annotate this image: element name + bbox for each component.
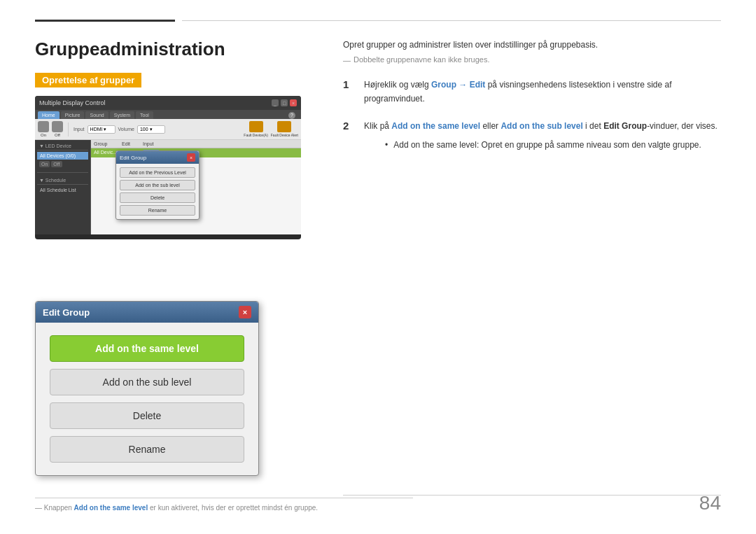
top-line-light bbox=[182, 20, 721, 21]
ss-titlebar: Multiple Display Control _ □ × bbox=[35, 96, 301, 110]
step-2: 2 Klik på Add on the same level eller Ad… bbox=[343, 120, 721, 156]
ss-mini-on[interactable]: On bbox=[39, 161, 50, 167]
ss-section-led: ▼ LED Device All Devices (0/0) On Off bbox=[35, 140, 90, 171]
bullet-link-same: Add on the same level bbox=[393, 140, 477, 150]
ss-minimize[interactable]: _ bbox=[272, 99, 279, 106]
ss-on-off-row: On Off bbox=[37, 160, 88, 169]
step-2-content: Klik på Add on the same level eller Add … bbox=[364, 120, 718, 156]
ss-toolbar: On Off Input HDMI ▾ Volume 100 ▾ Fault D… bbox=[35, 119, 301, 140]
ss-table-header: Group Edit Input bbox=[91, 140, 301, 148]
step-1-number: 1 bbox=[343, 78, 356, 105]
ss-dialog-title: Edit Group bbox=[120, 155, 146, 161]
screenshot-top: Multiple Display Control _ □ × Home Pict… bbox=[35, 96, 301, 239]
ss-on-btn[interactable]: On bbox=[38, 121, 49, 137]
ss-tab-sound[interactable]: Sound bbox=[85, 111, 108, 119]
ss-all-schedule[interactable]: All Schedule List bbox=[37, 186, 88, 194]
btn-add-same-level[interactable]: Add on the same level bbox=[50, 335, 244, 362]
left-column: Gruppeadministration Oprettelse af grupp… bbox=[35, 38, 322, 251]
right-column: Opret grupper og administrer listen over… bbox=[343, 38, 721, 170]
ss-led-header: ▼ LED Device bbox=[37, 142, 88, 150]
ss-help-icon[interactable]: ? bbox=[288, 112, 295, 119]
ss-input-label: Input bbox=[74, 127, 85, 132]
ss-volume-label: Volume bbox=[118, 127, 134, 132]
ss-on-icon bbox=[38, 121, 49, 132]
ss-btn-delete[interactable]: Delete bbox=[120, 192, 195, 203]
edit-group-titlebar: Edit Group × bbox=[36, 302, 258, 323]
ss-title-text: Multiple Display Control bbox=[39, 99, 106, 106]
ss-nav: Home Picture Sound System Tool ? bbox=[35, 110, 301, 119]
btn-rename[interactable]: Rename bbox=[50, 436, 244, 463]
ss-off-icon bbox=[52, 121, 63, 132]
ss-body: ▼ LED Device All Devices (0/0) On Off ▼ … bbox=[35, 140, 301, 234]
ss-col-input: Input bbox=[143, 141, 298, 146]
intro-text: Opret grupper og administrer listen over… bbox=[343, 38, 721, 51]
top-decorative-lines bbox=[0, 20, 756, 22]
btn-delete[interactable]: Delete bbox=[50, 402, 244, 429]
footnote-link: Add on the same level bbox=[74, 504, 148, 512]
bullet-list: • Add on the same level: Opret en gruppe… bbox=[385, 139, 718, 152]
ss-sidebar-divider bbox=[37, 172, 88, 173]
page-number: 84 bbox=[699, 492, 721, 514]
ss-fault-icon-2 bbox=[277, 121, 291, 132]
ss-col-edit: Edit bbox=[122, 141, 143, 146]
step-2-link-same: Add on the same level bbox=[391, 121, 480, 131]
step-2-link-sub: Add on the sub level bbox=[500, 121, 582, 131]
ss-controls: _ □ × bbox=[272, 99, 297, 106]
ss-dialog-titlebar: Edit Group × bbox=[116, 151, 199, 164]
ss-off-btn[interactable]: Off bbox=[52, 121, 63, 137]
ss-btn-rename[interactable]: Rename bbox=[120, 205, 195, 216]
page-title: Gruppeadministration bbox=[35, 38, 322, 60]
footnote-dash: — bbox=[35, 504, 44, 512]
ss-dialog-body: Add on the Previous Level Add on the sub… bbox=[116, 164, 199, 219]
ss-mini-off[interactable]: Off bbox=[51, 161, 62, 167]
ss-all-devices[interactable]: All Devices (0/0) bbox=[37, 152, 88, 160]
footnote-suffix: er kun aktiveret, hvis der er oprettet m… bbox=[148, 504, 318, 512]
ss-tab-picture[interactable]: Picture bbox=[61, 111, 85, 119]
ss-volume-select[interactable]: 100 ▾ bbox=[137, 125, 165, 134]
note-dash: — bbox=[343, 55, 351, 66]
ss-section-schedule: ▼ Schedule All Schedule List bbox=[35, 174, 90, 196]
note-content: Dobbelte gruppenavne kan ikke bruges. bbox=[354, 55, 489, 65]
ss-tab-home[interactable]: Home bbox=[38, 111, 59, 119]
ss-close[interactable]: × bbox=[290, 99, 297, 106]
ss-schedule-header: ▼ Schedule bbox=[37, 176, 88, 185]
edit-group-title: Edit Group bbox=[43, 307, 90, 318]
bullet-item-1: • Add on the same level: Opret en gruppe… bbox=[385, 139, 718, 152]
ss-edit-group-dialog: Edit Group × Add on the Previous Level A… bbox=[115, 150, 200, 220]
ss-divider bbox=[68, 122, 69, 136]
footnote-prefix: Knappen bbox=[44, 504, 74, 512]
step-1-link: Group → Edit bbox=[431, 80, 485, 90]
ss-fault-icon-1 bbox=[249, 121, 263, 132]
edit-group-dialog: Edit Group × Add on the same level Add o… bbox=[35, 301, 259, 476]
top-line-dark bbox=[35, 20, 175, 22]
ss-fault-btns: Fault Device(A) Fault Device Alert bbox=[244, 121, 298, 137]
ss-dialog-close-btn[interactable]: × bbox=[187, 153, 195, 162]
step-2-bold: Edit Group bbox=[603, 121, 647, 131]
ss-col-group: Group bbox=[94, 141, 122, 146]
step-2-number: 2 bbox=[343, 120, 356, 156]
ss-sidebar: ▼ LED Device All Devices (0/0) On Off ▼ … bbox=[35, 140, 91, 234]
edit-group-close-btn[interactable]: × bbox=[239, 306, 251, 318]
ss-main: Group Edit Input All Devic... Edit HDMI … bbox=[91, 140, 301, 234]
step-2-text: Klik på Add on the same level eller Add … bbox=[364, 120, 718, 133]
btn-add-sub-level[interactable]: Add on the sub level bbox=[50, 369, 244, 395]
bottom-line bbox=[343, 495, 721, 496]
footnote: — Knappen Add on the same level er kun a… bbox=[35, 498, 413, 513]
bullet-text-1: Add on the same level: Opret en gruppe p… bbox=[393, 139, 701, 152]
step-1: 1 Højreklik og vælg Group → Edit på visn… bbox=[343, 78, 721, 105]
ss-tab-system[interactable]: System bbox=[110, 111, 134, 119]
ss-btn-sub-level[interactable]: Add on the sub level bbox=[120, 180, 195, 190]
ss-input-select[interactable]: HDMI ▾ bbox=[88, 125, 115, 134]
edit-group-body: Add on the same level Add on the sub lev… bbox=[36, 323, 258, 475]
section-label: Oprettelse af grupper bbox=[35, 73, 141, 87]
step-1-text: Højreklik og vælg Group → Edit på visnin… bbox=[364, 78, 721, 105]
ss-tab-tool[interactable]: Tool bbox=[136, 111, 153, 119]
ss-maximize[interactable]: □ bbox=[281, 99, 288, 106]
note-text: — Dobbelte gruppenavne kan ikke bruges. bbox=[343, 55, 721, 66]
bullet-dot: • bbox=[385, 139, 388, 152]
ss-btn-prev-level[interactable]: Add on the Previous Level bbox=[120, 167, 195, 178]
